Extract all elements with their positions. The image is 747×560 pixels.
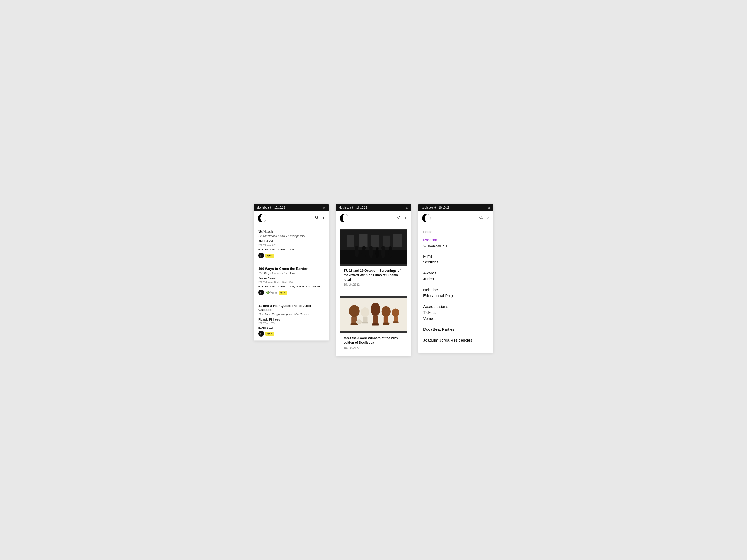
brand-name-1: doclisboa bbox=[257, 206, 269, 209]
film-section-2: INTERNATIONAL COMPETITION, NEW TALENT AW… bbox=[258, 286, 325, 288]
film-item-1: 'Se'-back Se Yoshimasu Gozo x Kukangenda… bbox=[254, 225, 329, 262]
screen-menu: doclisboa 6—16.10.22 pt ✕ Festival bbox=[418, 204, 493, 353]
add-icon-2[interactable]: + bbox=[404, 215, 407, 221]
brand-dates-3: 6—16.10.22 bbox=[434, 206, 449, 209]
news-title-1: 17, 18 and 19 October | Screenings of th… bbox=[344, 269, 403, 282]
svg-rect-34 bbox=[373, 316, 378, 324]
news-content-1: 17, 18 and 19 October | Screenings of th… bbox=[340, 266, 407, 289]
film-director-3: Ricardo Pinheiro bbox=[258, 318, 325, 321]
news-list: 17, 18 and 19 October | Screenings of th… bbox=[336, 225, 411, 356]
svg-line-1 bbox=[317, 218, 318, 219]
film-meta-2: 2022/Mexico, United States/84' bbox=[258, 281, 325, 284]
film-section-1: INTERNATIONAL COMPETITION bbox=[258, 248, 325, 251]
nav-icons-1: + bbox=[315, 215, 325, 221]
close-icon-3[interactable]: ✕ bbox=[486, 216, 489, 220]
film-badges-3: ⬆ Q&A bbox=[258, 331, 325, 337]
header-lang-3: pt bbox=[488, 206, 490, 209]
menu-item-parties[interactable]: Doc♥Beat Parties bbox=[423, 326, 488, 332]
header-lang-1: pt bbox=[323, 206, 326, 209]
svg-rect-31 bbox=[363, 317, 368, 323]
svg-rect-13 bbox=[393, 234, 402, 247]
menu-item-venues[interactable]: Venues bbox=[423, 316, 488, 322]
menu-section-awards: Awards Juries bbox=[423, 270, 488, 282]
svg-line-6 bbox=[400, 218, 401, 219]
svg-point-39 bbox=[392, 309, 399, 317]
svg-rect-28 bbox=[351, 317, 357, 324]
svg-point-25 bbox=[389, 246, 392, 249]
menu-item-accreditations[interactable]: Accreditations bbox=[423, 304, 488, 310]
qa-badge-2: Q&A bbox=[279, 291, 287, 295]
svg-point-36 bbox=[382, 306, 391, 317]
screen-news: doclisboa 6—16.10.22 pt + bbox=[336, 204, 411, 356]
menu-section-program: Program ↘ Download PDF bbox=[423, 237, 488, 248]
film-badge-icon-3: ⬆ bbox=[258, 331, 264, 337]
svg-rect-9 bbox=[347, 235, 354, 247]
svg-point-27 bbox=[349, 305, 360, 317]
brand-name-3: doclisboa bbox=[421, 206, 433, 209]
news-item-1: 17, 18 and 19 October | Screenings of th… bbox=[336, 225, 411, 293]
logo-moon-3 bbox=[422, 214, 431, 222]
brand-dates-2: 6—16.10.22 bbox=[352, 206, 367, 209]
menu-item-sections[interactable]: Sections bbox=[423, 259, 488, 265]
menu-item-download[interactable]: ↘ Download PDF bbox=[423, 244, 488, 248]
screen-film-list: doclisboa 6—16.10.22 pt + 'Se'-back bbox=[254, 204, 329, 341]
svg-point-15 bbox=[355, 246, 359, 249]
svg-point-30 bbox=[361, 308, 369, 317]
svg-rect-38 bbox=[383, 323, 389, 324]
svg-rect-40 bbox=[394, 317, 397, 322]
film-director-2: Amber Bemak bbox=[258, 277, 325, 280]
film-title-3: 11 and a Half Questions to Julio Calasso bbox=[258, 304, 325, 312]
nav-bar-3: ✕ bbox=[418, 211, 493, 225]
header-bar-2: doclisboa 6—16.10.22 pt bbox=[336, 204, 411, 211]
search-icon-2[interactable] bbox=[397, 215, 401, 221]
news-date-1: 16.10.2022 bbox=[344, 283, 403, 286]
svg-rect-12 bbox=[383, 236, 390, 247]
svg-rect-32 bbox=[362, 322, 368, 323]
menu-category: Festival bbox=[423, 230, 488, 233]
menu-content: Festival Program ↘ Download PDF Films Se… bbox=[418, 225, 493, 353]
svg-text:⬆: ⬆ bbox=[260, 255, 262, 257]
news-title-2: Meet the Award Winners of the 20th editi… bbox=[344, 336, 403, 345]
heart-icon: ♥ bbox=[430, 327, 433, 331]
news-image-1 bbox=[340, 229, 407, 266]
svg-rect-8 bbox=[340, 249, 407, 264]
svg-point-17 bbox=[362, 246, 366, 250]
news-content-2: Meet the Award Winners of the 20th editi… bbox=[340, 334, 407, 352]
svg-text:⬆: ⬆ bbox=[260, 291, 262, 294]
svg-point-33 bbox=[370, 303, 380, 316]
menu-item-nebulae[interactable]: Nebulae bbox=[423, 287, 488, 293]
logo-moon-1 bbox=[258, 214, 266, 222]
film-item-3: 11 and a Half Questions to Julio Calasso… bbox=[254, 299, 329, 341]
search-icon-3[interactable] bbox=[479, 215, 483, 221]
menu-item-residencies[interactable]: Joaquim Jordà Residencies bbox=[423, 337, 488, 344]
film-meta-3: 2022/Brazil/68' bbox=[258, 322, 325, 324]
svg-point-23 bbox=[381, 246, 385, 249]
brand-name-2: doclisboa bbox=[339, 206, 351, 209]
menu-item-films[interactable]: Films bbox=[423, 253, 488, 260]
film-director-1: Shichiri Kei bbox=[258, 240, 325, 243]
film-badges-1: ⬆ Q&A bbox=[258, 252, 325, 259]
menu-item-tickets[interactable]: Tickets bbox=[423, 310, 488, 316]
film-orig-title-1: Se Yoshimasu Gozo x Kukangendai bbox=[258, 234, 325, 238]
add-icon-1[interactable]: + bbox=[322, 215, 325, 221]
menu-item-awards[interactable]: Awards bbox=[423, 270, 488, 276]
menu-item-educational[interactable]: Educational Project bbox=[423, 293, 488, 299]
menu-section-residencies: Joaquim Jordà Residencies bbox=[423, 337, 488, 344]
download-arrow-icon: ↘ bbox=[423, 244, 426, 248]
logo-moon-2 bbox=[340, 214, 349, 222]
search-icon-1[interactable] bbox=[315, 215, 319, 221]
film-badge-icon-1: ⬆ bbox=[258, 252, 264, 259]
menu-item-juries[interactable]: Juries bbox=[423, 276, 488, 282]
film-list: 'Se'-back Se Yoshimasu Gozo x Kukangenda… bbox=[254, 225, 329, 341]
film-orig-title-3: 11 e Meia Perguntas para Julio Calasso bbox=[258, 313, 325, 316]
nav-bar-2: + bbox=[336, 211, 411, 225]
svg-line-44 bbox=[482, 218, 483, 219]
svg-rect-35 bbox=[372, 324, 379, 326]
nav-icons-3: ✕ bbox=[479, 215, 489, 221]
menu-section-nebulae: Nebulae Educational Project bbox=[423, 287, 488, 299]
header-bar-3: doclisboa 6—16.10.22 pt bbox=[418, 204, 493, 211]
film-award-icons-2: 🌿☆☆☆ bbox=[265, 291, 277, 294]
menu-item-program[interactable]: Program bbox=[423, 237, 488, 243]
header-lang-2: pt bbox=[406, 206, 408, 209]
qa-badge-1: Q&A bbox=[265, 254, 274, 258]
